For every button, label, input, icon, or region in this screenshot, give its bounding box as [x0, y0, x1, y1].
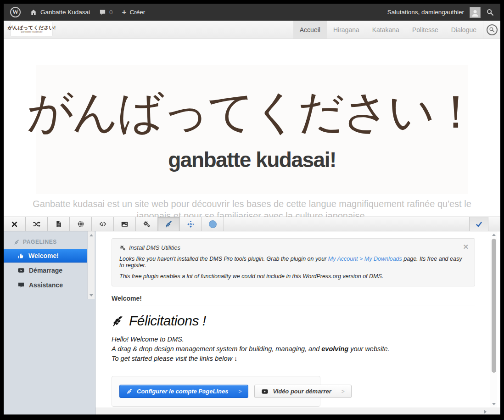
chevron-right-icon: >	[238, 388, 241, 395]
sidebar-header: PAGELINES	[4, 231, 95, 249]
video-icon	[261, 388, 269, 395]
toolbar-code-button[interactable]	[92, 217, 114, 231]
configure-account-label: Configurer le compte PageLines	[137, 388, 228, 395]
page-icon	[55, 220, 62, 228]
welcome-line-3: To get started please visit the links be…	[112, 354, 475, 364]
admin-search-icon[interactable]	[486, 8, 494, 16]
sidebar-item-label: Assistance	[29, 281, 63, 289]
notice-close-icon[interactable]: ✕	[463, 243, 469, 250]
panel-horizontal-scrollbar[interactable]	[95, 408, 500, 414]
toolbar-settings-button[interactable]	[136, 217, 158, 231]
admin-bar-left: W Ganbatte Kudasai 0 + Créer	[10, 7, 145, 17]
site-logo[interactable]: がんばってください! ganbatte kudasai!	[11, 22, 52, 36]
pagelines-leaf-icon	[14, 239, 20, 245]
toolbar-circle-button[interactable]	[202, 217, 224, 231]
check-icon	[476, 221, 482, 228]
notice-line-1: Looks like you haven't installed the DMS…	[119, 256, 467, 269]
avatar[interactable]	[470, 7, 481, 18]
panel-vertical-scrollbar[interactable]	[490, 231, 497, 408]
chevron-right-icon: >	[342, 388, 345, 395]
sidebar-item-label: Welcome!	[28, 252, 59, 259]
toolbar-globe-button[interactable]	[70, 217, 92, 231]
site-logo-title: がんばってください!	[8, 25, 56, 30]
circle-icon	[209, 220, 217, 228]
admin-bar-new-button[interactable]: + Créer	[122, 8, 146, 16]
intro-line-2: japonais et pour se familiariser avec la…	[4, 210, 500, 217]
notice-link[interactable]: My Account > My Downloads	[328, 256, 402, 262]
sidebar-item-demarrage[interactable]: Démarrage	[4, 263, 91, 277]
screenshot-frame: W Ganbatte Kudasai 0 + Créer Salutations…	[0, 0, 504, 420]
site-search-button[interactable]	[483, 21, 500, 39]
toolbar-pagelines-button[interactable]	[158, 217, 180, 231]
admin-bar-comments[interactable]: 0	[99, 9, 113, 16]
toolbar-spacer	[224, 217, 469, 231]
wp-admin-bar: W Ganbatte Kudasai 0 + Créer Salutations…	[4, 4, 500, 21]
video-start-button[interactable]: Vidéo pour démarrer >	[254, 385, 351, 398]
hero-headline-romaji: ganbatte kudasai!	[168, 147, 336, 172]
welcome-line-2-bold: evolving	[321, 345, 348, 353]
toolbar-image-button[interactable]	[114, 217, 136, 231]
toolbar-page-button[interactable]	[48, 217, 70, 231]
welcome-line-2-pre: A drag & drop design management system f…	[112, 345, 321, 353]
configure-account-button[interactable]: Configurer le compte PageLines >	[119, 385, 248, 398]
image-icon	[121, 220, 129, 228]
hero-headline-japanese: がんばってください！	[27, 87, 477, 137]
gears-icon	[143, 220, 151, 228]
nav-item-hiragana[interactable]: Hiragana	[327, 21, 366, 39]
section-divider	[112, 306, 475, 306]
toolbar-confirm-button[interactable]	[469, 217, 488, 231]
code-icon	[99, 220, 107, 228]
page-content: がんばってください！ ganbatte kudasai! Ganbatte ku…	[4, 39, 500, 217]
congrats-heading-row: Félicitations !	[112, 313, 475, 329]
wordpress-logo-icon[interactable]: W	[10, 7, 21, 17]
congrats-heading: Félicitations !	[129, 313, 206, 329]
notice-title: Install DMS Utilities	[129, 244, 180, 251]
dms-main-panel: Install DMS Utilities ✕ Looks like you h…	[95, 231, 500, 414]
dms-toolbar	[4, 217, 500, 231]
move-crosshair-icon	[187, 220, 195, 228]
scroll-down-arrow-icon[interactable]	[492, 403, 496, 405]
site-header: がんばってください! ganbatte kudasai! Accueil Hir…	[4, 21, 500, 39]
intro-line-1: Ganbatte kudasai est un site web pour dé…	[4, 198, 500, 210]
scroll-down-arrow-icon[interactable]	[90, 294, 93, 297]
globe-icon	[77, 220, 84, 228]
sidebar-item-label: Démarrage	[29, 267, 62, 274]
home-icon	[30, 9, 37, 16]
intro-paragraph: Ganbatte kudasai est un site web pour dé…	[4, 198, 500, 217]
buttons-well: Configurer le compte PageLines > Vidéo p…	[112, 376, 320, 407]
gears-icon	[119, 245, 126, 251]
admin-bar-right: Salutations, damiengauthier	[387, 7, 494, 18]
nav-item-accueil[interactable]: Accueil	[293, 21, 327, 39]
search-icon	[487, 24, 498, 35]
sidebar-item-assistance[interactable]: Assistance	[4, 278, 91, 292]
pagelines-leaf-icon	[126, 388, 133, 395]
pagelines-leaf-icon	[112, 315, 124, 327]
sidebar-scrollbar[interactable]	[87, 231, 95, 299]
video-start-label: Vidéo pour démarrer	[273, 388, 331, 395]
toolbar-shuffle-button[interactable]	[26, 217, 48, 231]
admin-bar-site-link[interactable]: Ganbatte Kudasai	[30, 9, 90, 16]
section-title: Welcome!	[112, 295, 475, 302]
pagelines-leaf-icon	[165, 220, 173, 228]
scroll-right-arrow-icon[interactable]	[484, 410, 487, 414]
scroll-up-arrow-icon[interactable]	[90, 234, 93, 236]
nav-item-politesse[interactable]: Politesse	[406, 21, 445, 39]
scrollbar-thumb[interactable]	[492, 239, 496, 373]
toolbar-move-button[interactable]	[180, 217, 202, 231]
comments-count: 0	[109, 9, 113, 16]
scroll-up-arrow-icon[interactable]	[492, 234, 496, 236]
comments-icon	[99, 9, 106, 16]
site-logo-subtitle: ganbatte kudasai!	[21, 30, 42, 34]
new-label: Créer	[130, 9, 146, 16]
nav-item-dialogue[interactable]: Dialogue	[445, 21, 483, 39]
welcome-line-2: A drag & drop design management system f…	[112, 344, 475, 354]
site-nav: Accueil Hiragana Katakana Politesse Dial…	[293, 21, 500, 39]
nav-item-katakana[interactable]: Katakana	[366, 21, 406, 39]
toolbar-close-button[interactable]	[4, 217, 26, 231]
notice-line-2: This free plugin enables a lot of functi…	[119, 273, 467, 280]
dms-sidebar: PAGELINES Welcome! Démarrage Assistance	[4, 231, 95, 414]
admin-bar-greeting[interactable]: Salutations, damiengauthier	[387, 9, 464, 16]
video-icon	[17, 267, 25, 274]
sidebar-item-welcome[interactable]: Welcome!	[4, 249, 91, 263]
admin-bar-site-name: Ganbatte Kudasai	[40, 9, 90, 16]
